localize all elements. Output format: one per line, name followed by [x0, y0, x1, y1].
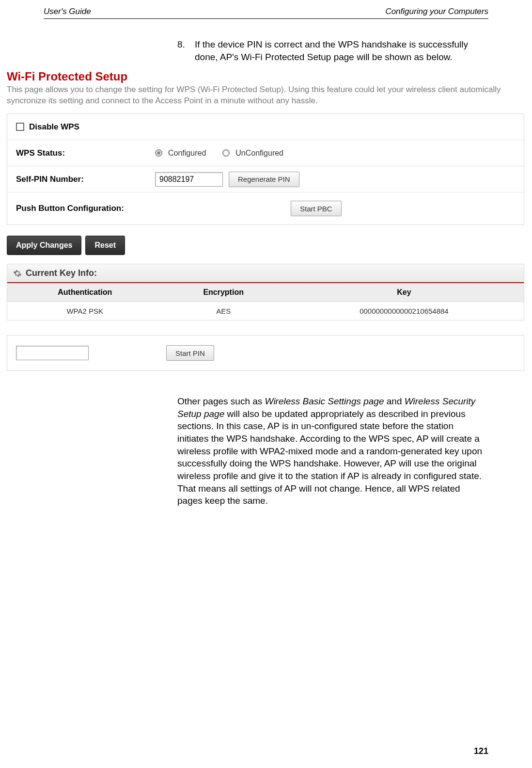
page-number: 121: [474, 746, 488, 756]
key-info-table: Authentication Encryption Key WPA2 PSK A…: [7, 283, 524, 320]
col-enc: Encryption: [162, 283, 284, 302]
radio-unconfigured-label: UnConfigured: [235, 149, 283, 158]
radio-configured-label: Configured: [168, 149, 206, 158]
client-pin-input[interactable]: [16, 346, 89, 360]
table-row: WPA2 PSK AES 0000000000000210654884: [7, 302, 524, 320]
disable-wps-label: Disable WPS: [7, 117, 150, 137]
action-bar: Apply Changes Reset: [7, 236, 524, 255]
reset-button[interactable]: Reset: [85, 236, 125, 255]
self-pin-input[interactable]: [155, 172, 223, 187]
cell-key: 0000000000000210654884: [284, 302, 524, 320]
gear-icon: [13, 269, 22, 278]
wps-config-table: Disable WPS WPS Status: Configured UnCon…: [7, 113, 524, 225]
key-info-header: Current Key Info:: [7, 264, 524, 283]
wps-status-label: WPS Status:: [7, 144, 150, 163]
start-pbc-button[interactable]: Start PBC: [291, 201, 342, 216]
step-number: 8.: [177, 38, 195, 63]
cell-auth: WPA2 PSK: [7, 302, 162, 320]
client-pin-row: Start PIN: [7, 335, 524, 371]
disable-wps-checkbox[interactable]: [16, 123, 24, 131]
page-header: User's Guide Configuring your Computers: [44, 0, 488, 19]
step-text: If the device PIN is correct and the WPS…: [195, 38, 478, 63]
key-info-title: Current Key Info:: [26, 268, 97, 278]
wps-screenshot: Wi-Fi Protected Setup This page allows y…: [4, 68, 527, 371]
key-info-panel: Current Key Info: Authentication Encrypt…: [7, 264, 524, 320]
disable-wps-row: Disable WPS: [7, 114, 524, 140]
start-pin-button[interactable]: Start PIN: [166, 345, 214, 361]
wps-title: Wi-Fi Protected Setup: [4, 68, 527, 83]
followup-paragraph: Other pages such as Wireless Basic Setti…: [177, 395, 483, 507]
self-pin-row: Self-PIN Number: Regenerate PIN: [7, 166, 524, 192]
col-key: Key: [284, 283, 524, 302]
col-auth: Authentication: [7, 283, 162, 302]
radio-configured[interactable]: [155, 149, 162, 157]
disable-wps-text: Disable WPS: [29, 122, 79, 132]
header-right: Configuring your Computers: [385, 7, 488, 16]
self-pin-label: Self-PIN Number:: [7, 170, 150, 189]
pbc-row: Push Button Configuration: Start PBC: [7, 192, 524, 224]
step-8: 8. If the device PIN is correct and the …: [177, 38, 478, 63]
wps-status-row: WPS Status: Configured UnConfigured: [7, 140, 524, 166]
wps-description: This page allows you to change the setti…: [4, 83, 527, 113]
header-left: User's Guide: [44, 7, 91, 16]
cell-enc: AES: [162, 302, 284, 320]
pbc-label: Push Button Configuration:: [7, 199, 150, 218]
radio-unconfigured[interactable]: [222, 149, 230, 157]
apply-changes-button[interactable]: Apply Changes: [7, 236, 81, 255]
regenerate-pin-button[interactable]: Regenerate PIN: [229, 172, 299, 187]
